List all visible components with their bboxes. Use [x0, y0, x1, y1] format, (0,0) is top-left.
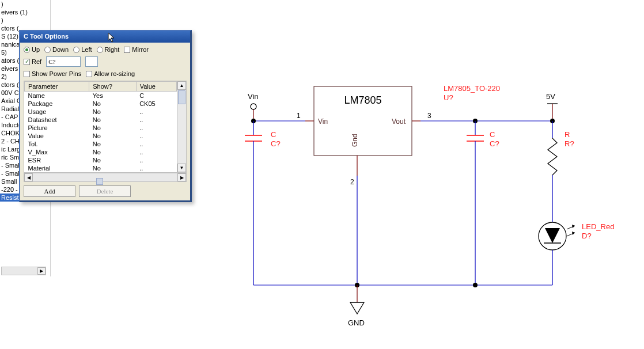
scroll-up-icon[interactable]: ▲ — [177, 81, 186, 90]
svg-marker-36 — [350, 302, 364, 314]
param-cell: .. — [136, 164, 176, 172]
param-cell: Package — [25, 100, 89, 108]
check-allow-resize[interactable]: Allow re-sizing — [86, 70, 135, 77]
vin-label: Vin — [248, 92, 259, 101]
c2-name: C — [490, 130, 495, 139]
tree-item[interactable]: ) — [0, 0, 50, 8]
param-cell: Picture — [25, 124, 89, 132]
options-row: Show Power Pins Allow re-sizing — [24, 70, 187, 77]
grid-hscrollbar[interactable]: ◀ ▶ — [24, 173, 187, 182]
svg-marker-29 — [572, 232, 575, 235]
param-cell: No — [89, 140, 136, 148]
ic-ref-label: U? — [444, 93, 453, 102]
scroll-right-icon[interactable]: ▶ — [37, 267, 46, 275]
param-cell: .. — [136, 156, 176, 164]
radio-up-label: Up — [32, 46, 40, 53]
param-row[interactable]: UsageNo.. — [25, 108, 177, 116]
param-row[interactable]: ValueNo.. — [25, 132, 177, 140]
ref-row: ✓ Ref — [24, 56, 187, 67]
orientation-row: Up Down Left Right Mirror — [24, 46, 187, 53]
param-cell: No — [89, 148, 136, 156]
param-row[interactable]: ESRNo.. — [25, 156, 177, 164]
radio-left-label: Left — [81, 46, 92, 53]
param-row[interactable]: PictureNo.. — [25, 124, 177, 132]
param-cell: .. — [136, 124, 176, 132]
ic-pin2-num: 2 — [350, 178, 354, 186]
ic-pin1-num: 1 — [297, 112, 301, 120]
param-cell: No — [89, 108, 136, 116]
ref-suffix-input[interactable] — [85, 56, 98, 67]
param-cell: Value — [25, 132, 89, 140]
ic-name: LM7805 — [344, 94, 381, 106]
tool-options-dialog: C Tool Options Up Down Left Right Mirror — [19, 30, 192, 202]
param-cell: Usage — [25, 108, 89, 116]
ic-pin2-name: Gnd — [351, 134, 359, 147]
scroll-thumb-h[interactable] — [96, 178, 103, 185]
radio-right[interactable]: Right — [97, 46, 120, 53]
check-ref[interactable]: ✓ Ref — [24, 58, 41, 65]
param-cell: No — [89, 132, 136, 140]
radio-left[interactable]: Left — [73, 46, 92, 53]
radio-up[interactable]: Up — [24, 46, 40, 53]
col-show[interactable]: Show? — [89, 82, 136, 92]
schematic-canvas[interactable]: Vin 5V LM7805 1 Vin 3 Vout 2 Gnd LM7805_… — [213, 75, 628, 340]
parameter-grid[interactable]: Parameter Show? Value NameYesCPackageNoC… — [24, 81, 187, 173]
ic-pin1-name: Vin — [318, 117, 328, 126]
param-cell: .. — [136, 108, 176, 116]
param-cell: .. — [136, 132, 176, 140]
grid-vscrollbar[interactable]: ▲ ▼ — [177, 81, 186, 172]
check-mirror-label: Mirror — [132, 46, 149, 53]
param-cell: .. — [136, 148, 176, 156]
ic-pin3-num: 3 — [427, 112, 431, 120]
param-cell: V_Max — [25, 148, 89, 156]
param-row[interactable]: DatasheetNo.. — [25, 116, 177, 124]
tree-item[interactable]: ) — [0, 16, 50, 24]
five-v-label: 5V — [546, 92, 555, 101]
c1-name: C — [271, 130, 276, 139]
c2-ref: C? — [490, 139, 499, 148]
param-cell: No — [89, 116, 136, 124]
ic-part-label: LM7805_TO-220 — [444, 84, 500, 93]
param-row[interactable]: MaterialNo.. — [25, 164, 177, 172]
check-ref-label: Ref — [32, 58, 41, 65]
param-row[interactable]: V_MaxNo.. — [25, 148, 177, 156]
param-cell: No — [89, 100, 136, 108]
radio-down[interactable]: Down — [44, 46, 69, 53]
dialog-titlebar[interactable]: C Tool Options — [20, 31, 190, 43]
scroll-thumb[interactable] — [178, 90, 185, 104]
r-name: R — [565, 130, 570, 139]
param-cell: Tol. — [25, 140, 89, 148]
param-cell: No — [89, 124, 136, 132]
svg-marker-24 — [545, 228, 560, 243]
radio-down-label: Down — [52, 46, 69, 53]
c1-ref: C? — [271, 139, 281, 148]
scroll-down-icon[interactable]: ▼ — [177, 164, 186, 172]
check-mirror[interactable]: Mirror — [124, 46, 149, 53]
param-cell: Name — [25, 92, 89, 100]
scroll-left-icon[interactable]: ◀ — [24, 173, 33, 181]
dialog-title: C Tool Options — [24, 33, 69, 40]
add-button[interactable]: Add — [24, 185, 75, 197]
param-row[interactable]: Tol.No.. — [25, 140, 177, 148]
ic-pin3-name: Vout — [392, 117, 406, 126]
col-value[interactable]: Value — [136, 82, 176, 92]
param-row[interactable]: NameYesC — [25, 92, 177, 100]
param-cell: ESR — [25, 156, 89, 164]
sidebar-hscrollbar[interactable]: ▶ — [1, 267, 46, 275]
scroll-right-icon[interactable]: ▶ — [177, 173, 186, 181]
param-cell: No — [89, 164, 136, 172]
delete-button[interactable]: Delete — [79, 185, 131, 197]
check-show-power-label: Show Power Pins — [32, 70, 81, 77]
led-name: LED_Red — [582, 222, 614, 231]
svg-point-34 — [473, 283, 478, 287]
check-show-power[interactable]: Show Power Pins — [24, 70, 81, 77]
param-cell: Datasheet — [25, 116, 89, 124]
check-allow-resize-label: Allow re-sizing — [94, 70, 135, 77]
ref-value-input[interactable] — [46, 56, 81, 67]
param-cell: .. — [136, 116, 176, 124]
param-row[interactable]: PackageNoCK05 — [25, 100, 177, 108]
param-cell: No — [89, 156, 136, 164]
param-cell: Material — [25, 164, 89, 172]
tree-item[interactable]: eivers (1) — [0, 8, 50, 16]
col-parameter[interactable]: Parameter — [25, 82, 89, 92]
